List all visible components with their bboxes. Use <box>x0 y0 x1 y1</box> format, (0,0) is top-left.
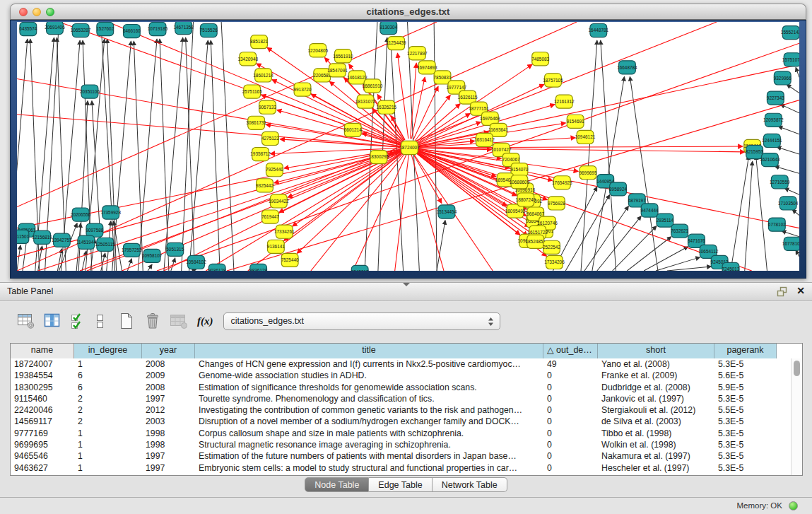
graph-node[interactable]: 12204805 <box>307 44 328 57</box>
graph-node[interactable]: 4275122 <box>261 132 279 145</box>
table-vertical-scrollbar[interactable] <box>791 358 802 475</box>
tab-edge-table[interactable]: Edge Table <box>369 477 432 492</box>
graph-node[interactable]: 7485083 <box>531 52 549 66</box>
graph-node[interactable]: 12505115 <box>95 238 115 251</box>
graph-node[interactable]: 12161312 <box>554 95 575 108</box>
graph-node[interactable]: 9474444 <box>641 204 659 217</box>
graph-node[interactable]: 18601214 <box>253 69 273 82</box>
graph-node[interactable]: 9836128 <box>249 264 267 271</box>
graph-node[interactable]: 12444151 <box>762 134 782 147</box>
scrollbar-thumb[interactable] <box>794 361 800 376</box>
graph-node[interactable]: 1527602 <box>96 23 114 36</box>
table-row[interactable]: 1872400712008Changes of HCN gene express… <box>11 358 802 370</box>
graph-node[interactable]: 30861731 <box>246 116 266 129</box>
graph-node[interactable]: 19358712 <box>250 148 271 161</box>
graph-node[interactable]: 16778102 <box>782 237 799 250</box>
graph-node[interactable]: 13420948 <box>237 52 258 66</box>
graph-node[interactable]: 10958107 <box>142 249 163 262</box>
float-panel-icon[interactable] <box>777 286 788 297</box>
graph-node[interactable]: 16210643 <box>760 153 780 167</box>
column-header-name[interactable]: name <box>11 344 74 358</box>
graph-node[interactable]: 20206556 <box>71 208 91 221</box>
graph-node[interactable]: 10584102 <box>186 255 206 269</box>
row-options-icon[interactable] <box>94 311 105 331</box>
graph-node[interactable]: 17334261 <box>274 225 295 238</box>
graph-node[interactable]: 15751074 <box>782 53 799 66</box>
table-row[interactable]: 1830029562008Estimation of significance … <box>11 382 802 393</box>
graph-node[interactable]: 12710559 <box>770 175 790 189</box>
graph-node[interactable]: 7515526 <box>200 24 218 37</box>
graph-node[interactable]: 9245017 <box>351 265 369 271</box>
network-canvas[interactable]: 1872400788518211342094818601214257511659… <box>17 22 799 271</box>
graph-node[interactable]: 10653287 <box>71 24 91 37</box>
table-row[interactable]: 911546021997Tourette syndrome. Phenomeno… <box>11 393 802 404</box>
column-header-in_degree[interactable]: in_degree <box>74 344 142 358</box>
graph-node[interactable]: 14671358 <box>173 22 194 35</box>
graph-node[interactable]: 9325442 <box>256 179 273 192</box>
graph-node[interactable]: 12217897 <box>407 47 428 60</box>
table-row[interactable]: 1938455462009Genome-wide association stu… <box>11 370 802 381</box>
delete-column-trash-icon[interactable] <box>142 311 163 331</box>
graph-node[interactable]: 9154691 <box>567 115 584 128</box>
graph-node[interactable]: 9036128 <box>208 264 226 271</box>
tab-network-table[interactable]: Network Table <box>433 477 507 492</box>
graph-node[interactable]: 7925440 <box>266 163 283 177</box>
graph-node[interactable]: 20691406 <box>45 22 65 35</box>
graph-node[interactable]: 25751165 <box>242 85 262 98</box>
graph-node[interactable]: 7619447 <box>261 210 279 223</box>
graph-node[interactable]: 10688609 <box>510 175 530 189</box>
graph-node[interactable]: 10946121 <box>575 130 596 144</box>
graph-node[interactable]: 2935114 <box>657 214 674 227</box>
graph-node[interactable]: 18757105 <box>543 74 563 87</box>
graph-node[interactable]: 12156819 <box>32 230 52 244</box>
graph-node[interactable]: 9329966 <box>774 71 792 85</box>
graph-node[interactable]: 19034422 <box>269 194 289 208</box>
graph-node[interactable]: 7245013 <box>722 262 739 271</box>
graph-node[interactable]: 10719185 <box>148 23 168 36</box>
graph-node[interactable]: 12093872 <box>763 113 784 127</box>
graph-node[interactable]: 18724007 <box>399 141 420 154</box>
splitter-handle-icon[interactable] <box>403 283 410 286</box>
graph-node[interactable]: 17103504 <box>778 197 799 210</box>
graph-node[interactable]: 18547091 <box>327 64 348 77</box>
graph-node[interactable]: 16861910 <box>363 79 383 93</box>
graph-node[interactable]: 7632621 <box>671 224 688 238</box>
graph-node[interactable]: 6466160 <box>123 25 141 38</box>
graph-node[interactable]: 16648784 <box>617 61 637 74</box>
select-rows-icon[interactable] <box>68 311 89 331</box>
graph-node[interactable]: 3911501 <box>17 230 30 243</box>
table-row[interactable]: 977716911998Corpus callosum shape and si… <box>11 428 802 439</box>
graph-node[interactable]: 18131072 <box>355 95 376 108</box>
column-header-pagerank[interactable]: pagerank <box>714 344 777 358</box>
column-visibility-icon[interactable] <box>42 311 63 331</box>
table-select-dropdown[interactable]: citations_edges.txt <box>223 313 500 330</box>
graph-node[interactable]: 9097588 <box>86 223 103 237</box>
graph-node[interactable]: 17334206 <box>544 255 565 269</box>
graph-node[interactable]: 6778102 <box>768 218 786 231</box>
graph-node[interactable]: 8130304 <box>379 22 397 35</box>
function-builder-icon[interactable]: f(x) <box>197 315 213 327</box>
graph-node[interactable]: 15134454 <box>437 205 457 218</box>
graph-node[interactable]: 17654923 <box>552 176 572 189</box>
graph-node[interactable]: 9699695 <box>579 166 596 180</box>
tab-node-table[interactable]: Node Table <box>305 477 369 492</box>
column-header-out_de[interactable]: △ out_de… <box>543 344 598 358</box>
graph-node[interactable]: 16448781 <box>589 24 609 37</box>
window-titlebar[interactable]: citations_edges.txt <box>10 4 806 20</box>
column-header-year[interactable]: year <box>142 344 195 358</box>
graph-node[interactable]: 16561910 <box>333 49 353 63</box>
new-column-icon[interactable] <box>116 311 137 331</box>
graph-node[interactable]: 20351106 <box>80 85 100 98</box>
graph-node[interactable]: 8958924 <box>609 182 627 196</box>
graph-node[interactable]: 15552142 <box>781 26 799 40</box>
graph-node[interactable]: 18807249 <box>516 193 536 206</box>
table-options-icon[interactable] <box>16 311 37 331</box>
graph-node[interactable]: 9136141 <box>267 240 285 253</box>
graph-node[interactable]: 16326215 <box>377 100 397 114</box>
graph-node[interactable]: 9756928 <box>548 197 565 210</box>
graph-node[interactable]: 16316412 <box>474 133 495 146</box>
table-row[interactable]: 969969511998Structural magnetic resonanc… <box>11 439 802 450</box>
graph-node[interactable]: 5051315 <box>166 243 184 256</box>
graph-node[interactable]: 17957253 <box>122 243 142 257</box>
graph-node[interactable]: 11254439 <box>387 37 406 50</box>
